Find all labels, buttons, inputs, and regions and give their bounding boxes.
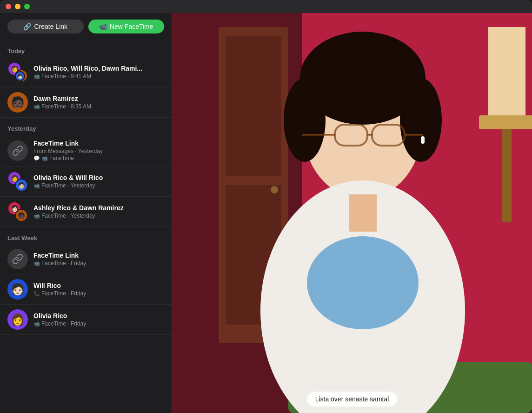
list-item[interactable]: 🧑🏿 Dawn Ramirez 📹 FaceTime · 8:35 AM bbox=[0, 87, 172, 118]
call-time: FaceTime · 8:35 AM bbox=[41, 103, 91, 110]
call-name: Ashley Rico & Dawn Ramirez bbox=[33, 204, 164, 212]
list-item[interactable]: 👩 🧑🏿 🧑🏻 Olivia Rico, Will Rico, Dawn Ram… bbox=[0, 57, 172, 87]
call-time: FaceTime · Friday bbox=[41, 260, 86, 266]
avatar: 🧑🏻 bbox=[15, 179, 28, 192]
maximize-button[interactable] bbox=[24, 4, 30, 9]
svg-rect-9 bbox=[502, 129, 512, 222]
video-icon: 📹 bbox=[33, 73, 40, 80]
svg-rect-8 bbox=[479, 115, 532, 129]
section-today: Today bbox=[0, 40, 172, 57]
svg-point-5 bbox=[271, 186, 278, 193]
call-info: Dawn Ramirez 📹 FaceTime · 8:35 AM bbox=[33, 95, 164, 110]
sidebar-buttons: 🔗 Create Link 📹 New FaceTime bbox=[0, 13, 172, 40]
call-time: FaceTime · Friday bbox=[41, 320, 86, 327]
title-bar bbox=[0, 0, 532, 13]
call-info: FaceTime Link From Messages · Yesterday … bbox=[33, 140, 164, 161]
call-name: Dawn Ramirez bbox=[33, 95, 164, 102]
caption-text: Lista över senaste samtal bbox=[307, 392, 398, 406]
sidebar-list: Today 👩 🧑🏿 🧑🏻 Olivia Rico, Will Rico, Da… bbox=[0, 40, 172, 413]
call-meta: 📹 FaceTime · Friday bbox=[33, 260, 164, 266]
avatar: 🧑🏿 bbox=[15, 209, 28, 222]
call-time: FaceTime · Yesterday bbox=[41, 213, 95, 219]
new-facetime-button[interactable]: 📹 New FaceTime bbox=[88, 20, 165, 33]
call-time: FaceTime · Yesterday bbox=[41, 182, 95, 189]
call-info: Ashley Rico & Dawn Ramirez 📹 FaceTime · … bbox=[33, 204, 164, 219]
call-name: Olivia Rico & Will Rico bbox=[33, 174, 164, 181]
msg-icon: 💬 bbox=[33, 155, 40, 161]
video-background bbox=[172, 13, 532, 413]
app-window: 🔗 Create Link 📹 New FaceTime Today 👩 🧑🏿 bbox=[0, 0, 532, 413]
video-area: Lista över senaste samtal bbox=[172, 13, 532, 413]
avatar-group: 👩 🧑🏻 bbox=[7, 171, 28, 192]
avatar: 🧑🏻 bbox=[7, 279, 28, 300]
call-type: FaceTime bbox=[49, 155, 74, 161]
svg-rect-7 bbox=[488, 27, 525, 120]
call-name: Will Rico bbox=[33, 282, 164, 289]
link-icon: 🔗 bbox=[23, 23, 31, 30]
avatar-group: 👩🏻 🧑🏿 bbox=[7, 201, 28, 222]
call-meta: From Messages · Yesterday bbox=[33, 148, 164, 154]
call-info: Olivia Rico, Will Rico, Dawn Rami... 📹 F… bbox=[33, 65, 164, 80]
svg-point-13 bbox=[284, 78, 326, 162]
link-avatar bbox=[7, 140, 28, 161]
list-item[interactable]: 👩 🧑🏻 Olivia Rico & Will Rico 📹 FaceTime … bbox=[0, 167, 172, 197]
call-source: From Messages · Yesterday bbox=[33, 148, 103, 154]
video-camera-icon: 📹 bbox=[99, 23, 107, 30]
section-lastweek: Last Week bbox=[0, 227, 172, 244]
call-time: FaceTime · 9:41 AM bbox=[41, 73, 91, 80]
link-icon bbox=[12, 145, 23, 156]
list-item[interactable]: FaceTime Link From Messages · Yesterday … bbox=[0, 135, 172, 167]
video-icon: 📹 bbox=[33, 260, 40, 266]
caption-bar: Lista över senaste samtal bbox=[172, 385, 532, 413]
create-link-button[interactable]: 🔗 Create Link bbox=[7, 20, 84, 33]
call-name: Olivia Rico, Will Rico, Dawn Rami... bbox=[33, 65, 164, 72]
list-item[interactable]: 👩 Olivia Rico 📹 FaceTime · Friday bbox=[0, 305, 172, 335]
call-meta2: 💬 📹 FaceTime bbox=[33, 155, 164, 161]
call-meta: 📹 FaceTime · 8:35 AM bbox=[33, 103, 164, 110]
call-meta: 📹 FaceTime · Yesterday bbox=[33, 182, 164, 189]
minimize-button[interactable] bbox=[15, 4, 20, 9]
call-time: FaceTime · Friday bbox=[41, 290, 86, 297]
create-link-label: Create Link bbox=[34, 23, 67, 30]
list-item[interactable]: 🧑🏻 Will Rico 📞 FaceTime · Friday bbox=[0, 274, 172, 305]
svg-point-14 bbox=[400, 78, 442, 162]
video-icon: 📹 bbox=[33, 321, 40, 327]
call-meta: 📹 FaceTime · 9:41 AM bbox=[33, 73, 164, 80]
call-meta: 📹 FaceTime · Yesterday bbox=[33, 213, 164, 219]
svg-point-17 bbox=[307, 236, 419, 329]
video-icon: 📹 bbox=[33, 183, 40, 189]
avatar-group: 👩 🧑🏿 🧑🏻 bbox=[7, 62, 28, 82]
svg-rect-3 bbox=[226, 36, 281, 176]
svg-rect-16 bbox=[349, 194, 377, 232]
video-icon: 📹 bbox=[33, 104, 40, 110]
call-info: Olivia Rico 📹 FaceTime · Friday bbox=[33, 312, 164, 327]
list-item[interactable]: 👩🏻 🧑🏿 Ashley Rico & Dawn Ramirez 📹 FaceT… bbox=[0, 197, 172, 227]
call-info: FaceTime Link 📹 FaceTime · Friday bbox=[33, 252, 164, 266]
sidebar: 🔗 Create Link 📹 New FaceTime Today 👩 🧑🏿 bbox=[0, 13, 172, 413]
link-avatar bbox=[7, 249, 28, 269]
video-icon: 📹 bbox=[33, 213, 40, 219]
video-icon: 📹 bbox=[41, 155, 48, 161]
call-name: Olivia Rico bbox=[33, 312, 164, 320]
call-meta-container: From Messages · Yesterday 💬 📹 FaceTime bbox=[33, 147, 164, 161]
avatar: 🧑🏻 bbox=[15, 71, 25, 81]
new-facetime-label: New FaceTime bbox=[110, 23, 153, 30]
close-button[interactable] bbox=[6, 4, 11, 9]
svg-rect-18 bbox=[421, 136, 425, 144]
call-info: Olivia Rico & Will Rico 📹 FaceTime · Yes… bbox=[33, 174, 164, 189]
call-meta: 📹 FaceTime · Friday bbox=[33, 320, 164, 327]
link-icon bbox=[12, 253, 23, 265]
call-info: Will Rico 📞 FaceTime · Friday bbox=[33, 282, 164, 297]
avatar: 👩 bbox=[7, 309, 28, 330]
section-yesterday: Yesterday bbox=[0, 118, 172, 135]
phone-icon: 📞 bbox=[33, 291, 40, 297]
call-meta: 📞 FaceTime · Friday bbox=[33, 290, 164, 297]
list-item[interactable]: FaceTime Link 📹 FaceTime · Friday bbox=[0, 244, 172, 274]
call-name: FaceTime Link bbox=[33, 252, 164, 259]
avatar: 🧑🏿 bbox=[7, 92, 28, 113]
main-content: 🔗 Create Link 📹 New FaceTime Today 👩 🧑🏿 bbox=[0, 13, 532, 413]
call-name: FaceTime Link bbox=[33, 140, 164, 147]
